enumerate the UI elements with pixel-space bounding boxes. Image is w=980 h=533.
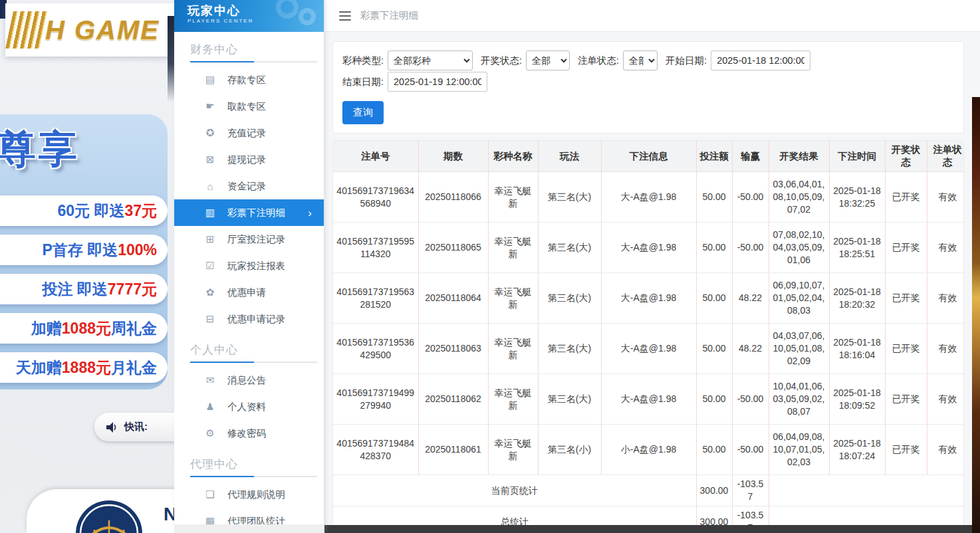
cell-play: 第三名(大) xyxy=(538,172,601,223)
site-header: H GAME xyxy=(5,3,174,56)
table-row: 401569173719536429500 20250118063 幸运飞艇新 … xyxy=(333,324,964,374)
cell-period: 20250118063 xyxy=(418,324,488,374)
sidebar-item-label: 充值记录 xyxy=(227,127,266,140)
sidebar-item-profile[interactable]: ♟ 个人资料 xyxy=(174,393,324,420)
wallet-icon: ⊠ xyxy=(203,154,217,165)
cell-period: 20250118064 xyxy=(418,273,488,324)
sidebar-item-funds-records[interactable]: ⌂ 资金记录 xyxy=(174,173,324,199)
table-header-row: 注单号期数彩种名称玩法下注信息投注额输赢开奖结果下注时间开奖状态注单状态 xyxy=(333,141,964,172)
promo-pill: 60元 即送37元 xyxy=(0,195,168,226)
page-summary-row: 当前页统计 300.00 -103.57 xyxy=(333,475,964,506)
table-row: 401569173719563281520 20250118064 幸运飞艇新 … xyxy=(333,273,964,324)
promo-banner: 尊享 60元 即送37元 P首存 即送100% 投注 即送7777元 xyxy=(0,114,168,389)
cell-order-id: 401569173719634568940 xyxy=(333,172,418,223)
cell-lottery-name: 幸运飞艇新 xyxy=(488,324,538,374)
sidebar-item-promo-apply[interactable]: ✿ 优惠申请 xyxy=(174,279,324,306)
sidebar-item-lottery-bet-details[interactable]: ▥ 彩票下注明细 › xyxy=(174,199,324,226)
cell-amount: 50.00 xyxy=(696,374,732,425)
club-logo-icon xyxy=(74,499,144,533)
players-center-sidebar: 玩家中心 PLAYERS CENTER 财务中心 ▤ 存款专区 ☛ 取款专区 xyxy=(174,0,324,533)
sidebar-item-recharge-records[interactable]: ✪ 充值记录 xyxy=(174,120,324,146)
cell-bet-time: 2025-01-18 18:32:25 xyxy=(829,172,885,223)
bet-list-icon: ▥ xyxy=(203,207,217,219)
news-ticker: 快讯: xyxy=(94,413,174,441)
sidebar-item-agent-rules[interactable]: ❏ 代理规则说明 xyxy=(174,481,324,508)
report-icon: ☑ xyxy=(203,260,217,272)
column-header: 投注额 xyxy=(696,141,732,172)
start-date-input[interactable] xyxy=(711,51,810,70)
sidebar-item-label: 优惠申请 xyxy=(227,286,266,299)
cell-amount: 50.00 xyxy=(696,425,732,475)
sidebar-item-label: 玩家投注报表 xyxy=(227,260,285,272)
sidebar-item-change-password[interactable]: ⚙ 修改密码 xyxy=(174,420,324,447)
sidebar-item-promo-apply-records[interactable]: ⊟ 优惠申请记录 xyxy=(174,306,324,332)
ticker-label: 快讯: xyxy=(124,421,148,433)
lottery-type-filter: 彩种类型: 全部彩种 xyxy=(342,51,473,70)
end-date-label: 结束日期: xyxy=(342,76,384,88)
promo-pill: 天加赠1888元月礼金 xyxy=(0,352,168,383)
sidebar-item-withdraw[interactable]: ☛ 取款专区 xyxy=(174,93,324,120)
cell-amount: 50.00 xyxy=(696,273,732,324)
draw-status-select[interactable]: 全部 xyxy=(526,51,570,70)
cell-play: 第三名(大) xyxy=(538,223,601,273)
cell-bet-time: 2025-01-18 18:09:52 xyxy=(829,374,885,425)
background-dark-sliver xyxy=(168,16,174,102)
cell-order-status: 有效 xyxy=(927,223,964,273)
cell-lottery-name: 幸运飞艇新 xyxy=(488,273,538,324)
sidebar-item-player-bet-report[interactable]: ☑ 玩家投注报表 xyxy=(174,253,324,279)
table-row: 401569173719634568940 20250118066 幸运飞艇新 … xyxy=(333,172,964,223)
hand-money-icon: ☛ xyxy=(203,100,217,112)
gift-icon: ✿ xyxy=(203,286,217,298)
end-date-filter: 结束日期: xyxy=(342,72,487,92)
sidebar-item-withdrawal-records[interactable]: ⊠ 提现记录 xyxy=(174,146,324,173)
main-topbar: 彩票下注明细 xyxy=(324,0,980,32)
sidebar-item-deposit[interactable]: ▤ 存款专区 xyxy=(174,66,324,93)
bank-card-icon: ▤ xyxy=(203,74,217,86)
start-date-filter: 开始日期: xyxy=(666,51,810,70)
section-title-personal: 个人中心 xyxy=(190,342,308,358)
site-logo: H GAME xyxy=(45,15,160,45)
table-row: 401569173719484428370 20250118061 幸运飞艇新 … xyxy=(333,425,964,475)
cell-lottery-name: 幸运飞艇新 xyxy=(488,223,538,273)
cell-win-loss: 48.22 xyxy=(732,324,769,374)
column-header: 输赢 xyxy=(732,141,769,172)
cell-play: 第三名(小) xyxy=(538,425,601,475)
cell-order-id: 401569173719563281520 xyxy=(333,273,418,324)
cell-draw-result: 04,03,07,06,10,05,01,08,02,09 xyxy=(769,324,829,374)
draw-status-label: 开奖状态: xyxy=(481,54,522,67)
cell-win-loss: -50.00 xyxy=(732,223,769,273)
funds-icon: ⌂ xyxy=(203,181,217,192)
cell-period: 20250118061 xyxy=(418,425,488,475)
sidebar-item-label: 提现记录 xyxy=(227,154,266,166)
cell-order-id: 401569173719499279940 xyxy=(333,374,418,425)
page-summary-label: 当前页统计 xyxy=(333,475,696,506)
cell-draw-status: 已开奖 xyxy=(885,223,927,273)
club-card: N xyxy=(27,489,174,533)
end-date-input[interactable] xyxy=(388,72,487,92)
cell-period: 20250118066 xyxy=(418,172,488,223)
cell-order-status: 有效 xyxy=(927,172,964,223)
cell-draw-status: 已开奖 xyxy=(885,273,927,324)
promo-list-icon: ⊟ xyxy=(203,313,217,325)
hamburger-menu-icon[interactable] xyxy=(339,11,351,21)
lottery-type-select[interactable]: 全部彩种 xyxy=(388,51,473,70)
sidebar-item-announcements[interactable]: ✉ 消息公告 xyxy=(174,367,324,393)
cell-bet-info: 大-A盘@1.98 xyxy=(601,324,696,374)
section-title-agent: 代理中心 xyxy=(190,457,308,472)
main-content: 彩票下注明细 彩种类型: 全部彩种 开奖状态: 全部 xyxy=(324,0,980,533)
cell-lottery-name: 幸运飞艇新 xyxy=(488,172,538,223)
bell-icon: ✉ xyxy=(203,374,217,386)
search-button[interactable]: 查询 xyxy=(342,101,384,124)
cell-bet-info: 大-A盘@1.98 xyxy=(601,273,696,324)
section-title-finance: 财务中心 xyxy=(190,42,308,57)
cell-amount: 50.00 xyxy=(696,172,732,223)
lottery-type-label: 彩种类型: xyxy=(342,54,384,67)
sidebar-item-label: 修改密码 xyxy=(227,427,266,440)
column-header: 期数 xyxy=(418,141,488,172)
sidebar-item-hall-bet-records[interactable]: ⊞ 厅室投注记录 xyxy=(174,226,324,253)
column-header: 开奖状态 xyxy=(885,141,927,172)
sidebar-item-label: 优惠申请记录 xyxy=(227,313,285,326)
section-divider xyxy=(190,61,317,62)
sidebar-item-label: 取款专区 xyxy=(227,100,266,113)
order-status-select[interactable]: 全部 xyxy=(623,51,658,70)
